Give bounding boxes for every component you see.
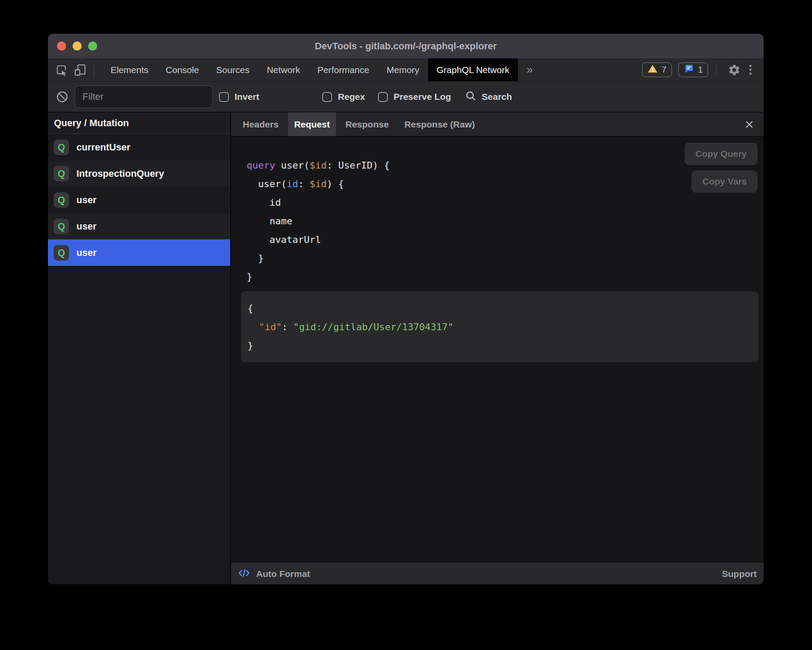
query-name: currentUser — [76, 142, 130, 153]
query-type-badge: Q — [54, 245, 69, 261]
query-list-item-currentuser[interactable]: Q currentUser — [48, 134, 230, 160]
device-toolbar-icon[interactable] — [73, 62, 88, 78]
panel-tab-label: Request — [294, 119, 330, 130]
toolbar-tab-label: Memory — [387, 65, 419, 75]
close-traffic-light[interactable] — [57, 41, 66, 51]
toolbar-tab-graphql-network[interactable]: GraphQL Network — [428, 58, 518, 81]
auto-format-label: Auto Format — [256, 569, 310, 579]
request-body: query user($id: UserID) { user(id: $id) … — [231, 137, 764, 563]
toolbar-tab-label: Elements — [111, 65, 149, 75]
query-name: user — [76, 221, 96, 232]
graphql-query-code: query user($id: UserID) { user(id: $id) … — [247, 156, 764, 286]
code-line: name — [247, 212, 764, 230]
query-name: user — [76, 247, 96, 258]
filter-input[interactable] — [75, 86, 213, 108]
checkbox-label: Regex — [338, 92, 365, 102]
toolbar-tab-console[interactable]: Console — [157, 58, 208, 81]
sidebar-header: Query / Mutation — [48, 112, 230, 134]
traffic-lights — [57, 34, 97, 58]
zoom-traffic-light[interactable] — [88, 41, 97, 51]
variables-box: { "id": "gid://gitlab/User/13704317"} — [241, 291, 758, 362]
content-area: Query / Mutation Q currentUser Q Introsp… — [48, 112, 764, 584]
query-name: user — [76, 194, 96, 206]
checkbox-box[interactable] — [322, 92, 332, 102]
warning-count: 7 — [662, 65, 666, 75]
panel-tab-label: Response — [346, 119, 389, 130]
block-icon[interactable] — [55, 89, 70, 104]
message-badge[interactable]: 1 — [678, 62, 708, 77]
inspect-cursor-icon[interactable] — [54, 62, 69, 78]
request-tabs: Headers Request Response Response (Raw) — [231, 112, 764, 137]
query-list-item-introspectionquery[interactable]: Q IntrospectionQuery — [48, 160, 230, 187]
toolbar-tabs: Elements Console Sources Network Perform… — [102, 58, 518, 81]
checkbox-regex[interactable]: Regex — [322, 92, 365, 102]
message-count: 1 — [698, 65, 703, 75]
warning-badge[interactable]: 7 — [642, 62, 672, 77]
query-list-item-user[interactable]: Q user — [48, 187, 230, 213]
window-title: DevTools - gitlab.com/-/graphql-explorer — [315, 41, 497, 52]
filter-bar: Invert Regex Preserve Log Search — [48, 82, 764, 112]
code-line: avatarUrl — [247, 230, 764, 249]
toolbar-tab-label: Console — [166, 65, 199, 75]
query-list-item-user[interactable]: Q user — [48, 239, 230, 266]
minimize-traffic-light[interactable] — [73, 41, 82, 51]
support-link[interactable]: Support — [722, 569, 757, 579]
devtools-window: DevTools - gitlab.com/-/graphql-explorer… — [48, 34, 764, 584]
query-type-badge: Q — [54, 219, 69, 234]
auto-format-button[interactable]: Auto Format — [238, 567, 310, 581]
panel-tab-response-raw[interactable]: Response (Raw) — [398, 112, 481, 136]
toolbar-separator — [716, 64, 717, 76]
code-line: { — [247, 299, 750, 318]
code-format-icon — [238, 567, 250, 581]
kebab-menu-icon[interactable] — [748, 63, 753, 76]
close-icon[interactable] — [743, 118, 756, 131]
checkbox-label: Invert — [235, 92, 259, 102]
filter-checkbox-group: Invert Regex Preserve Log — [213, 92, 451, 102]
code-line: id — [247, 193, 764, 212]
search-label: Search — [482, 92, 512, 102]
code-line: } — [247, 249, 764, 268]
panel-tab-label: Headers — [243, 119, 279, 130]
code-line: } — [247, 336, 750, 355]
checkbox-box[interactable] — [378, 92, 388, 102]
toolbar-tab-label: Sources — [216, 65, 250, 75]
query-type-badge: Q — [54, 192, 69, 208]
code-line: "id": "gid://gitlab/User/13704317" — [247, 318, 750, 336]
panel-tab-response[interactable]: Response — [339, 112, 395, 136]
toolbar-separator — [94, 64, 94, 76]
code-line: } — [247, 268, 764, 286]
warning-icon — [647, 64, 658, 76]
checkbox-label: Preserve Log — [393, 92, 451, 102]
toolbar-tab-label: GraphQL Network — [437, 65, 509, 75]
sidebar: Query / Mutation Q currentUser Q Introsp… — [48, 112, 231, 584]
toolbar-tab-label: Performance — [317, 65, 369, 75]
search-button[interactable]: Search — [465, 90, 512, 104]
toolbar-tab-memory[interactable]: Memory — [378, 58, 428, 81]
query-type-badge: Q — [54, 166, 69, 182]
request-tabs-list: Headers Request Response Response (Raw) — [235, 112, 483, 136]
devtools-toolbar: Elements Console Sources Network Perform… — [48, 58, 764, 82]
toolbar-tab-sources[interactable]: Sources — [208, 58, 258, 81]
copy-query-button[interactable]: Copy Query — [685, 143, 758, 165]
query-type-badge: Q — [54, 140, 69, 155]
toolbar-tab-network[interactable]: Network — [258, 58, 309, 81]
message-icon — [684, 64, 694, 76]
titlebar: DevTools - gitlab.com/-/graphql-explorer — [48, 34, 764, 58]
copy-vars-button[interactable]: Copy Vars — [691, 170, 758, 193]
settings-gear-icon[interactable] — [727, 62, 742, 78]
checkbox-box[interactable] — [219, 92, 229, 102]
panel-tab-headers[interactable]: Headers — [237, 112, 285, 136]
search-icon — [465, 90, 477, 104]
toolbar-tab-elements[interactable]: Elements — [102, 58, 157, 81]
query-list-item-user[interactable]: Q user — [48, 213, 230, 239]
checkbox-invert[interactable]: Invert — [219, 92, 259, 102]
query-name: IntrospectionQuery — [76, 168, 164, 179]
query-list: Q currentUser Q IntrospectionQuery Q use… — [48, 134, 230, 266]
panel-tab-request[interactable]: Request — [288, 112, 336, 136]
more-tabs-chevron[interactable]: » — [518, 58, 541, 81]
toolbar-tab-label: Network — [267, 65, 300, 75]
checkbox-preserve-log[interactable]: Preserve Log — [378, 92, 451, 102]
code-line: user(id: $id) { — [247, 175, 764, 193]
toolbar-tab-performance[interactable]: Performance — [309, 58, 378, 81]
panel-footer: Auto Format Support — [231, 563, 764, 584]
